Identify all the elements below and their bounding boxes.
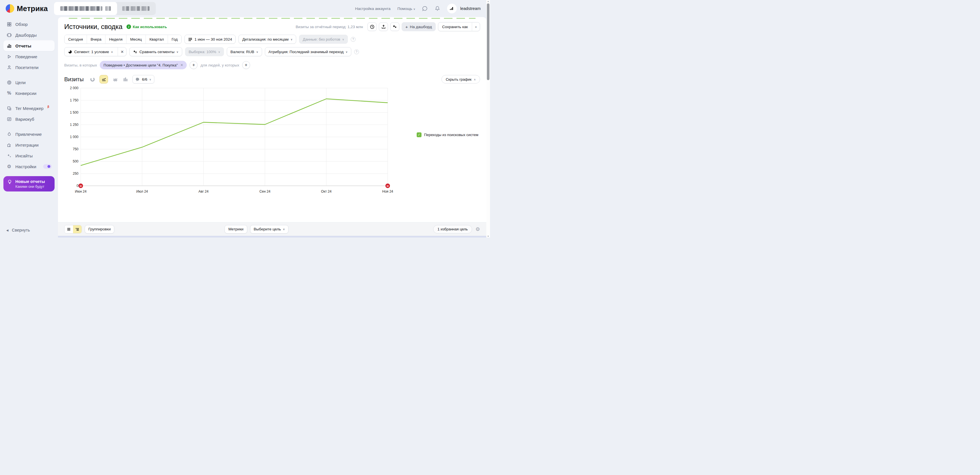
sidebar-item-dashboards[interactable]: Дашборды	[3, 30, 54, 40]
sidebar-item-variocube[interactable]: Вариокуб	[3, 114, 54, 124]
collapse-sidebar-button[interactable]: ◀ Свернуть	[3, 226, 54, 235]
scroll-down-arrow[interactable]: ▼	[486, 235, 490, 237]
area-chart-icon[interactable]	[112, 76, 118, 83]
counter-tab-active[interactable]	[54, 2, 117, 15]
segment-chip[interactable]: Поведение • Достижение цели "4. Покупка"…	[100, 61, 187, 69]
new-reports-promo[interactable]: Новые отчеты Какими они будут	[3, 176, 54, 191]
save-as-button[interactable]: Сохранить как ∨	[438, 22, 480, 31]
date-range-button[interactable]: 1 июн — 30 ноя 2024	[185, 35, 235, 44]
tree-list-icon[interactable]	[73, 225, 81, 233]
page-scrollbar[interactable]: ▲ ▼	[486, 0, 490, 237]
add-people-condition-button[interactable]: +	[242, 61, 250, 69]
compare-segments-dropdown[interactable]: Сравнить сегменты∨	[129, 47, 182, 56]
svg-text:Н: Н	[387, 185, 389, 187]
history-clock-button[interactable]	[368, 22, 377, 31]
scroll-up-arrow[interactable]: ▲	[486, 0, 490, 2]
save-as-dropdown-arrow[interactable]: ∨	[472, 22, 480, 31]
attribution-dropdown[interactable]: Атрибуция: Последний значимый переход∨	[265, 47, 351, 56]
beta-badge: β	[48, 105, 49, 108]
flat-list-icon[interactable]	[65, 225, 73, 233]
groupings-button[interactable]: Группировки	[85, 225, 114, 234]
bell-icon[interactable]	[434, 6, 440, 11]
sidebar-item-settings[interactable]: ⚙Настройки	[3, 161, 54, 172]
sidebar-item-overview[interactable]: Обзор	[3, 19, 54, 30]
sidebar-item-label: Привлечение	[15, 132, 42, 137]
goal-marker[interactable]: Н	[78, 184, 83, 188]
gear-icon[interactable]: ⚙	[476, 226, 480, 232]
export-button[interactable]	[379, 22, 388, 31]
account-settings-link[interactable]: Настройка аккаунта	[355, 6, 391, 11]
date-preset-4[interactable]: Квартал	[146, 35, 168, 43]
svg-text:250: 250	[73, 172, 78, 176]
segments-drops-button[interactable]	[390, 22, 399, 31]
date-preset-1[interactable]: Вчера	[87, 35, 105, 43]
redacted-counter-name	[60, 6, 102, 11]
dashboard-icon	[6, 32, 12, 38]
sidebar-item-label: Цели	[15, 80, 25, 85]
sidebar-item-label: Отчеты	[15, 43, 31, 48]
sidebar-item-behavior[interactable]: Поведение	[3, 51, 54, 62]
add-condition-button[interactable]: +	[189, 61, 197, 69]
logo-text: Метрика	[17, 4, 48, 13]
favorite-goal-button[interactable]: 1 избранная цель	[433, 225, 472, 234]
add-to-dashboard-button[interactable]: + На дашборд	[402, 22, 436, 31]
line-chart-icon[interactable]	[99, 75, 108, 84]
drops-icon	[393, 24, 397, 29]
help-question-icon[interactable]: ?	[351, 37, 356, 42]
username[interactable]: leadstream	[460, 6, 480, 11]
detail-dropdown[interactable]: Детализация: по месяцам∨	[239, 35, 296, 44]
how-to-use-link[interactable]: i Как использовать	[126, 24, 167, 29]
sidebar-item-conversions[interactable]: %Конверсии	[3, 88, 54, 98]
sparkles-icon	[6, 153, 12, 159]
metrics-button[interactable]: Метрики	[224, 225, 247, 234]
legend-checkbox-checked[interactable]: ✓	[417, 132, 422, 137]
date-preset-group: СегодняВчераНеделяМесяцКварталГод	[64, 35, 181, 44]
chip-remove-icon[interactable]: ✕	[180, 63, 183, 67]
hide-chart-button[interactable]: Скрыть график∧	[441, 75, 480, 84]
date-preset-0[interactable]: Сегодня	[65, 35, 87, 43]
help-menu[interactable]: Помощь∨	[397, 6, 415, 11]
metrika-logo[interactable]: Метрика	[6, 4, 48, 13]
comments-dropdown[interactable]: 6/6∨	[132, 75, 154, 84]
scrollbar-thumb[interactable]	[487, 3, 490, 80]
currency-dropdown[interactable]: Валюта: RUB∨	[227, 47, 262, 56]
sampling-dropdown[interactable]: Выборка: 100%∨	[185, 47, 224, 56]
chat-bubble-icon[interactable]	[422, 6, 428, 11]
sidebar-item-tag-manager[interactable]: Тег Менеджерβ	[3, 103, 54, 114]
svg-text:1 750: 1 750	[70, 98, 78, 102]
sidebar-item-label: Интеграции	[15, 143, 39, 148]
page-title: Источники, сводка	[64, 23, 123, 31]
sidebar-item-label: Настройки	[15, 164, 37, 169]
counter-tab-inactive[interactable]	[115, 2, 156, 15]
svg-text:500: 500	[73, 159, 78, 164]
column-chart-icon[interactable]	[122, 76, 129, 83]
sidebar-item-integrations[interactable]: Интеграции	[3, 140, 54, 150]
svg-text:Н: Н	[80, 185, 82, 187]
legend-label: Переходы из поисковых систем	[424, 133, 478, 137]
segment-clear-icon[interactable]: ✕	[118, 48, 126, 56]
sidebar-item-attraction[interactable]: Привлечение	[3, 129, 54, 140]
date-preset-5[interactable]: Год	[168, 35, 181, 43]
svg-text:2 000: 2 000	[70, 86, 78, 90]
date-preset-3[interactable]: Месяц	[126, 35, 146, 43]
avatar[interactable]	[447, 4, 457, 13]
plus-icon: +	[405, 24, 408, 29]
list-view-toggle	[64, 225, 82, 234]
legend-item[interactable]: ✓ Переходы из поисковых систем	[417, 132, 478, 137]
sidebar-item-goals[interactable]: Цели	[3, 77, 54, 88]
goal-marker[interactable]: Н	[385, 184, 390, 188]
sidebar-item-reports[interactable]: Отчеты	[3, 40, 54, 51]
sidebar-item-label: Вариокуб	[15, 117, 34, 122]
svg-text:750: 750	[73, 147, 78, 151]
report-footer-toolbar: Группировки Метрики Выберите цель∨ 1 изб…	[58, 222, 486, 236]
line-chart[interactable]: 02505007501 0001 2501 5001 7502 000Июн 2…	[64, 85, 394, 199]
pie-chart-icon[interactable]	[89, 76, 95, 83]
help-question-icon[interactable]: ?	[354, 49, 359, 54]
sidebar-item-insights[interactable]: Инсайты	[3, 150, 54, 161]
settings-toggle[interactable]	[43, 164, 52, 169]
choose-goal-dropdown[interactable]: Выберите цель∨	[250, 225, 289, 234]
segment-dropdown[interactable]: Сегмент: 1 условие∨ ✕	[64, 47, 126, 56]
robots-filter-dropdown[interactable]: Данные: без роботов∨	[299, 35, 348, 44]
date-preset-2[interactable]: Неделя	[105, 35, 126, 43]
sidebar-item-visitors[interactable]: Посетители	[3, 62, 54, 73]
